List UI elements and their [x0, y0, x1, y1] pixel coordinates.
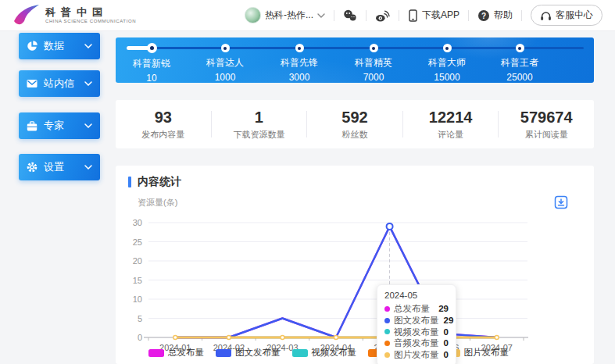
- svg-text:25: 25: [133, 237, 142, 247]
- stat-published-content: 93 发布内容量: [116, 109, 211, 141]
- milestone-dot: [295, 44, 304, 52]
- sidebar-item-label: 设置: [44, 160, 64, 174]
- sidebar-item-data[interactable]: 数据: [19, 33, 100, 59]
- service-center-label: 客服中心: [556, 9, 593, 22]
- level-progress-panel: 科普新锐 10 科普达人 1000 科普先锋 3000 科普精英 7000 科普…: [116, 37, 594, 83]
- svg-text:5: 5: [138, 314, 142, 323]
- legend-swatch: [216, 349, 231, 357]
- sidebar-item-settings[interactable]: 设置: [19, 154, 100, 180]
- milestone-dot: [147, 43, 157, 53]
- milestone-dot: [516, 44, 524, 52]
- stats-card: 93 发布内容量 1 下载资源数量 592 粉丝数 12214 评论量 5796…: [116, 100, 594, 148]
- divider: [366, 10, 366, 21]
- chevron-down-icon: [84, 81, 92, 86]
- milestone: 科普先锋 3000: [281, 44, 318, 83]
- svg-text:?: ?: [481, 11, 486, 20]
- help-icon: ?: [477, 9, 490, 22]
- mail-icon: [27, 79, 38, 88]
- stat-fans: 592 粉丝数: [307, 109, 402, 141]
- headset-icon: [540, 10, 552, 21]
- content-statistics-card: 内容统计 资源量(条) 0510152025302024-012024-0220…: [116, 166, 594, 364]
- stat-total-reads: 579674 累计阅读量: [499, 109, 594, 141]
- milestone: 科普精英 7000: [355, 44, 392, 83]
- logo-subtitle: CHINA SCIENCE COMMUNICATION: [45, 19, 136, 23]
- stat-comments: 12214 评论量: [403, 109, 499, 141]
- avatar: [245, 7, 261, 23]
- legend-swatch: [148, 349, 164, 357]
- tooltip-row: 总发布量 29: [384, 303, 449, 315]
- download-app-label: 下载APP: [422, 9, 459, 22]
- legend-item[interactable]: 总发布量: [148, 347, 204, 359]
- series-dot: [384, 352, 390, 358]
- sidebar-item-label: 站内信: [44, 77, 74, 91]
- service-center-button[interactable]: 客服中心: [531, 5, 602, 26]
- gear-icon: [27, 162, 38, 173]
- chevron-down-icon: [84, 44, 92, 48]
- milestone: 科普王者 25000: [501, 44, 538, 83]
- tooltip-row: 图片发布量 0: [384, 349, 449, 361]
- series-dot: [384, 306, 390, 312]
- content-statistics-chart[interactable]: 0510152025302024-012024-022024-032024-04…: [116, 166, 594, 364]
- user-menu[interactable]: 热科-热作...: [245, 7, 325, 23]
- milestone: 科普新锐 10: [133, 44, 170, 83]
- chevron-down-icon: [84, 165, 92, 170]
- sidebar-item-mail[interactable]: 站内信: [19, 70, 100, 97]
- series-dot: [384, 318, 390, 323]
- tooltip-row: 图文发布量 29: [384, 315, 449, 327]
- tooltip-row: 视频发布量 0: [384, 327, 449, 338]
- svg-text:20: 20: [133, 256, 142, 266]
- divider: [399, 10, 399, 21]
- milestone: 科普达人 1000: [206, 44, 244, 83]
- tooltip-row: 音频发布量 0: [384, 337, 449, 349]
- main-content: 科普新锐 10 科普达人 1000 科普先锋 3000 科普精英 7000 科普…: [116, 37, 594, 364]
- sidebar-item-expert[interactable]: 专家: [19, 112, 100, 139]
- weibo-icon[interactable]: [375, 9, 390, 22]
- logo: 科普中国 CHINA SCIENCE COMMUNICATION: [13, 4, 136, 27]
- user-name: 热科-热作...: [265, 9, 313, 22]
- chart-tooltip: 2024-05 总发布量 29 图文发布量 29 视频发布量 0 音频发布量 0: [377, 284, 456, 364]
- svg-text:10: 10: [133, 294, 142, 304]
- divider: [468, 10, 469, 21]
- legend-item[interactable]: 图文发布量: [216, 347, 281, 359]
- sidebar: 数据 站内信 专家 设置: [19, 33, 100, 180]
- milestone-dot: [370, 44, 378, 52]
- top-header: 科普中国 CHINA SCIENCE COMMUNICATION 热科-热作..…: [0, 0, 615, 31]
- wechat-icon[interactable]: [343, 9, 357, 21]
- svg-text:30: 30: [133, 218, 142, 227]
- logo-title: 科普中国: [45, 7, 136, 18]
- pie-chart-icon: [27, 41, 38, 52]
- sidebar-item-label: 数据: [44, 39, 64, 53]
- legend-swatch: [292, 349, 308, 357]
- sidebar-item-label: 专家: [44, 119, 64, 133]
- svg-text:0: 0: [138, 333, 142, 342]
- help-label: 帮助: [494, 9, 513, 22]
- phone-icon: [408, 9, 418, 22]
- series-dot: [384, 329, 390, 334]
- milestone-dot: [221, 44, 230, 52]
- logo-swoosh-icon: [13, 4, 41, 27]
- legend-item[interactable]: 视频发布量: [292, 347, 357, 359]
- help-button[interactable]: ? 帮助: [477, 9, 513, 22]
- download-app-button[interactable]: 下载APP: [408, 9, 459, 22]
- stat-download-resources: 1 下载资源数量: [212, 109, 307, 141]
- divider: [334, 10, 334, 21]
- chevron-down-icon: [84, 123, 92, 128]
- tooltip-title: 2024-05: [384, 290, 449, 302]
- svg-text:15: 15: [133, 276, 142, 285]
- milestone-dot: [443, 44, 452, 52]
- briefcase-icon: [27, 121, 38, 131]
- divider: [521, 10, 522, 21]
- series-dot: [384, 341, 390, 346]
- milestone: 科普大师 15000: [428, 44, 466, 83]
- chevron-down-icon: [317, 13, 325, 18]
